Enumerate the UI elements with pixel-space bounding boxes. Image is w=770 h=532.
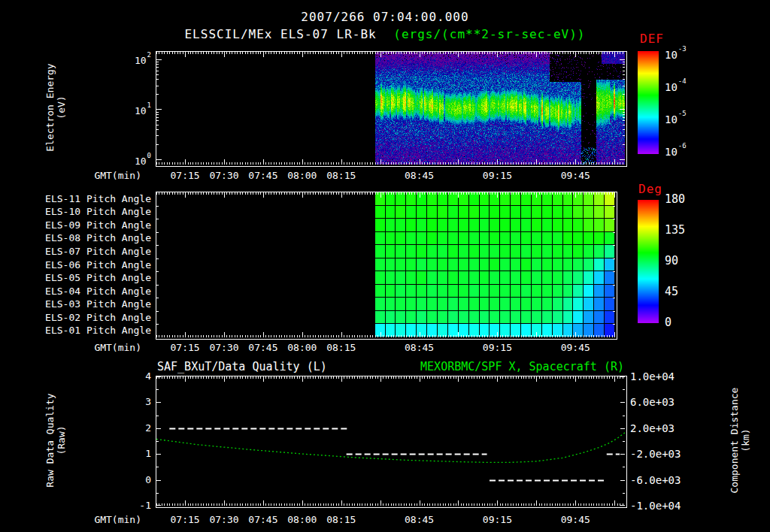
- pitch-row-label: ELS-08 Pitch Angle: [45, 232, 151, 244]
- x-tick-label-pitch: 09:45: [561, 342, 590, 354]
- quality-y-axis-label-line2: (Raw): [56, 365, 67, 515]
- x-tick-label-quality: 07:30: [209, 514, 238, 526]
- els-quicklook-plot: 2007/266 07:04:00.000 ELSSCIL/MEx ELS-07…: [0, 0, 770, 532]
- pitch-row-label: ELS-03 Pitch Angle: [45, 298, 151, 310]
- x-tick-label-quality: 08:15: [326, 514, 356, 526]
- pitch-row-label: ELS-01 Pitch Angle: [45, 325, 151, 337]
- def-colorbar-title: DEF: [640, 32, 664, 46]
- pitch-row-label: ELS-04 Pitch Angle: [45, 286, 151, 298]
- deg-colorbar-tick-label: 90: [665, 255, 678, 267]
- quality-distance-canvas: [156, 376, 625, 506]
- x-tick-label-pitch: 09:15: [483, 342, 512, 354]
- x-tick-label-spectrogram: 08:45: [405, 170, 434, 182]
- distance-y-tick-label: 1.0e+04: [630, 370, 675, 382]
- quality-y-tick-label: 1: [145, 448, 151, 460]
- pitch-row-label: ELS-10 Pitch Angle: [45, 206, 151, 218]
- x-tick-label-pitch: 07:45: [248, 342, 277, 354]
- pitch-row-label: ELS-11 Pitch Angle: [45, 193, 151, 205]
- gmt-axis-label-2: GMT(min): [78, 342, 141, 353]
- quality-y-axis-label-line1: Raw Data Quality: [44, 365, 56, 515]
- gmt-axis-label-1: GMT(min): [78, 170, 141, 181]
- quality-y-tick-label: 2: [145, 422, 151, 434]
- x-tick-label-spectrogram: 08:00: [287, 170, 317, 182]
- x-tick-label-quality: 09:15: [483, 514, 512, 526]
- x-tick-label-pitch: 08:15: [326, 342, 356, 354]
- plot-title: ELSSCIL/MEx ELS-07 LR-Bk: [184, 27, 376, 41]
- quality-y-axis-label: Raw Data Quality (Raw): [44, 365, 67, 515]
- spectrogram-canvas: [156, 52, 625, 165]
- spectrogram-y-axis-label: Electron Energy (eV): [44, 44, 67, 171]
- pitch-row-label: ELS-06 Pitch Angle: [45, 259, 151, 271]
- distance-y-tick-label: 6.0e+03: [630, 396, 675, 408]
- deg-colorbar-tick-label: 180: [665, 193, 685, 205]
- def-colorbar-tick-label: 10-3: [665, 46, 687, 61]
- deg-colorbar-tick-label: 135: [665, 224, 685, 236]
- plot-units: (ergs/(cm**2-sr-sec-eV)): [393, 27, 585, 41]
- x-tick-label-pitch: 07:15: [170, 342, 199, 354]
- pitch-row-label: ELS-02 Pitch Angle: [45, 312, 151, 324]
- distance-y-tick-label: -2.0e+03: [630, 448, 681, 460]
- energy-y-tick-label: 102: [135, 52, 151, 67]
- distance-y-axis-label: Component Distance (km): [729, 354, 751, 527]
- def-colorbar: [638, 51, 659, 154]
- pitch-angle-panel: [156, 192, 617, 340]
- distance-y-tick-label: -1.0e+04: [630, 500, 681, 512]
- x-tick-label-spectrogram: 07:15: [170, 170, 199, 182]
- spectrogram-y-axis-label-line1: Electron Energy: [44, 44, 56, 171]
- pitch-row-label: ELS-09 Pitch Angle: [45, 219, 151, 231]
- spectrogram-panel: [156, 51, 627, 167]
- x-tick-label-quality: 07:15: [170, 514, 199, 526]
- deg-colorbar-tick-label: 0: [665, 316, 671, 328]
- quality-distance-panel: [156, 376, 627, 508]
- gmt-axis-label-3: GMT(min): [78, 514, 141, 525]
- distance-y-axis-label-line2: (km): [740, 354, 751, 527]
- quality-y-tick-label: 4: [145, 370, 151, 382]
- x-tick-label-spectrogram: 09:15: [483, 170, 512, 182]
- x-tick-label-quality: 09:45: [561, 514, 590, 526]
- def-colorbar-tick-label: 10-6: [665, 143, 687, 158]
- def-colorbar-tick-label: 10-4: [665, 78, 687, 93]
- x-tick-label-quality: 08:00: [287, 514, 317, 526]
- quality-y-tick-label: 0: [145, 474, 151, 486]
- quality-series-title: SAF_BXuT/Data Quality (L): [157, 360, 327, 373]
- pitch-row-label: ELS-05 Pitch Angle: [45, 272, 151, 284]
- pitch-row-label: ELS-07 Pitch Angle: [45, 246, 151, 258]
- x-tick-label-spectrogram: 09:45: [561, 170, 590, 182]
- x-tick-label-quality: 07:45: [248, 514, 277, 526]
- spectrogram-y-axis-label-line2: (eV): [56, 44, 67, 171]
- x-tick-label-pitch: 07:30: [209, 342, 238, 354]
- pitch-angle-canvas: [156, 192, 615, 337]
- x-tick-label-pitch: 08:00: [287, 342, 317, 354]
- distance-y-axis-label-line1: Component Distance: [729, 354, 740, 527]
- x-tick-label-pitch: 08:45: [405, 342, 434, 354]
- def-colorbar-tick-label: 10-5: [665, 110, 687, 125]
- x-tick-label-spectrogram: 07:45: [248, 170, 277, 182]
- distance-y-tick-label: 2.0e+03: [630, 422, 675, 434]
- deg-colorbar-tick-label: 45: [665, 286, 678, 298]
- quality-y-tick-label: 3: [145, 396, 151, 408]
- x-tick-label-spectrogram: 08:15: [326, 170, 356, 182]
- x-tick-label-quality: 08:45: [405, 514, 434, 526]
- x-tick-label-spectrogram: 07:30: [209, 170, 238, 182]
- distance-series-title: MEXORBMC/SPF X, Spacecraft (R): [420, 360, 624, 373]
- energy-y-tick-label: 100: [135, 153, 151, 168]
- distance-y-tick-label: -6.0e+03: [630, 474, 681, 486]
- quality-y-tick-label: -1: [139, 500, 151, 512]
- deg-colorbar-title: Deg: [638, 182, 662, 196]
- deg-colorbar: [638, 200, 659, 323]
- date-title: 2007/266 07:04:00.000: [0, 10, 770, 24]
- energy-y-tick-label: 101: [135, 102, 151, 117]
